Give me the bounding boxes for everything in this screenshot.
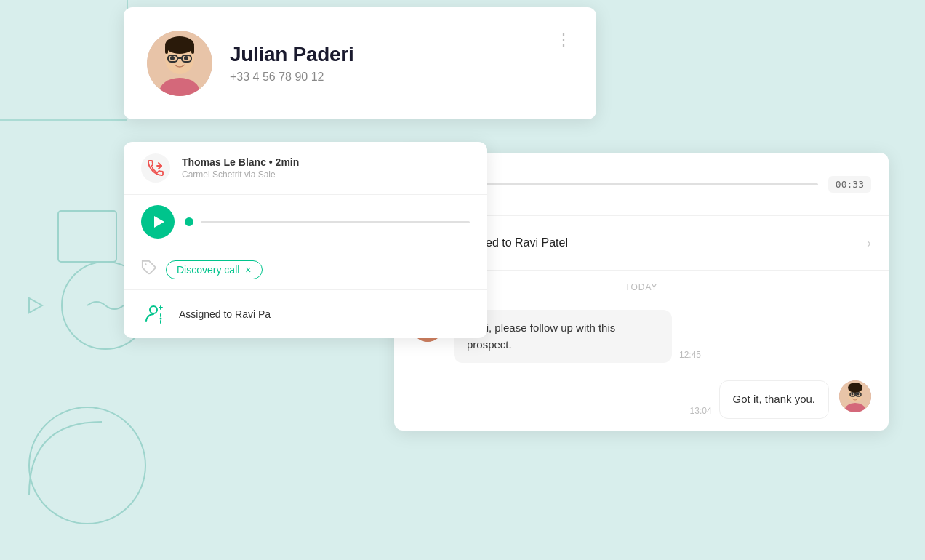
- message-time: 12:45: [679, 350, 701, 360]
- message-content: Ravi, please follow up with this prospec…: [454, 310, 701, 363]
- caller-name: Thomas Le Blanc • 2min: [182, 156, 470, 168]
- assign-icon: [141, 300, 169, 328]
- play-icon: [154, 216, 164, 228]
- svg-rect-1: [58, 211, 116, 262]
- svg-point-39: [852, 393, 854, 396]
- svg-point-40: [857, 393, 860, 396]
- play-button[interactable]: [141, 205, 175, 239]
- assign-text: Assigned to Ravi Pa: [179, 308, 470, 320]
- caller-row: Thomas Le Blanc • 2min Carmel Schetrit v…: [124, 142, 487, 195]
- caller-info: Thomas Le Blanc • 2min Carmel Schetrit v…: [182, 156, 470, 180]
- contact-info: Julian Paderi +33 4 56 78 90 12: [230, 43, 538, 84]
- outgoing-message-inner: Got it, thank you. 13:04: [690, 380, 829, 419]
- avatar: [147, 31, 212, 96]
- svg-point-35: [848, 383, 862, 393]
- tag-icon: [141, 260, 157, 279]
- discovery-call-tag[interactable]: Discovery call ×: [166, 260, 263, 279]
- outgoing-message-row: Got it, thank you. 13:04: [394, 375, 889, 431]
- outgoing-message-bubble: Got it, thank you.: [719, 380, 829, 419]
- track-bar[interactable]: [201, 221, 470, 223]
- contact-card: Julian Paderi +33 4 56 78 90 12 ⋮: [124, 7, 596, 119]
- missed-call-icon: [141, 153, 170, 183]
- svg-point-15: [170, 56, 175, 60]
- svg-rect-11: [191, 45, 194, 54]
- audio-track: [185, 217, 470, 226]
- tag-close-button[interactable]: ×: [245, 264, 251, 276]
- tag-row: Discovery call ×: [124, 249, 487, 290]
- tag-label: Discovery call: [177, 264, 239, 276]
- audio-time-badge: 00:33: [828, 176, 871, 193]
- chat-audio-track: [455, 180, 818, 188]
- activity-card: Thomas Le Blanc • 2min Carmel Schetrit v…: [124, 142, 487, 338]
- chat-track-bar[interactable]: [471, 183, 818, 185]
- svg-point-9: [165, 36, 194, 54]
- contact-phone: +33 4 56 78 90 12: [230, 71, 538, 84]
- svg-point-16: [184, 56, 188, 60]
- track-position-dot: [185, 217, 193, 226]
- outgoing-message-content: Got it, thank you. 13:04: [690, 380, 829, 419]
- contact-name: Julian Paderi: [230, 43, 538, 66]
- audio-player-row: [124, 195, 487, 249]
- svg-rect-10: [165, 45, 168, 54]
- svg-point-19: [150, 306, 157, 313]
- chat-assign-text: Assigned to Ravi Patel: [451, 236, 855, 249]
- outgoing-message-time: 13:04: [690, 406, 712, 416]
- chat-assign-chevron: ›: [867, 236, 871, 251]
- svg-point-5: [29, 407, 145, 524]
- assign-row: Assigned to Ravi Pa: [124, 290, 487, 338]
- svg-point-20: [160, 318, 162, 320]
- svg-marker-2: [29, 298, 42, 313]
- outgoing-avatar: [839, 380, 871, 412]
- message-inner: Ravi, please follow up with this prospec…: [454, 310, 701, 363]
- caller-sub: Carmel Schetrit via Sale: [182, 169, 470, 180]
- more-menu-button[interactable]: ⋮: [556, 31, 573, 49]
